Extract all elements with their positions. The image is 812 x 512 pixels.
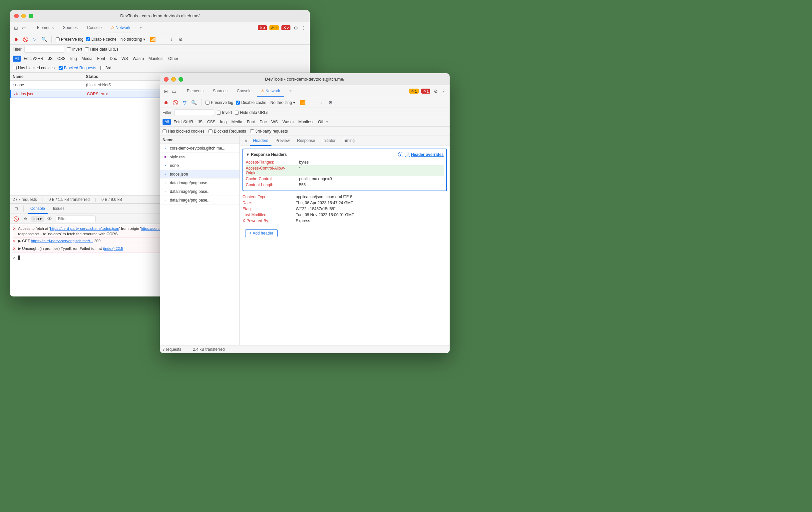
link-4[interactable]: (index):22:5 [103,247,123,251]
type-btn-css-1[interactable]: CSS [55,56,68,62]
has-cookies-check-2[interactable] [163,129,167,133]
console-eye-icon[interactable]: 👁 [46,216,53,222]
type-btn-fetch-1[interactable]: Fetch/XHR [22,56,45,62]
disable-cache-check-2[interactable] [236,101,240,105]
filter-input-1[interactable] [24,46,64,53]
settings-icon-2[interactable]: ⚙ [432,88,439,94]
type-btn-all-1[interactable]: All [13,56,21,62]
type-btn-js-1[interactable]: JS [46,56,55,62]
type-btn-doc-1[interactable]: Doc [108,56,119,62]
settings-icon-1[interactable]: ⚙ [292,25,299,31]
more-options-icon-1[interactable]: ⋮ [300,25,307,31]
upload-icon-1[interactable]: ↑ [158,36,165,42]
tab-network-2[interactable]: ⚠ Network [257,86,284,96]
download-icon-1[interactable]: ↓ [168,36,175,42]
type-btn-img-2[interactable]: Img [218,119,229,125]
type-btn-media-2[interactable]: Media [230,119,244,125]
headers-tab-timing[interactable]: Timing [339,136,358,146]
headers-tab-initiator[interactable]: Initiator [319,136,339,146]
invert-label-2[interactable]: Invert [217,110,232,115]
clear-icon-2[interactable]: 🚫 [172,99,178,106]
preserve-log-label-1[interactable]: Preserve log [56,37,83,41]
stop-recording-icon-1[interactable]: ⏺ [13,36,19,42]
device-toolbar-icon-2[interactable]: ▭ [171,88,177,94]
gear-icon-net-1[interactable]: ⚙ [177,36,184,42]
file-item-todos[interactable]: ▪ todos.json [160,170,239,178]
type-btn-ws-1[interactable]: WS [120,56,130,62]
download-icon-2[interactable]: ↓ [318,99,324,106]
tab-console-panel-1[interactable]: Console [28,204,48,214]
file-item-css[interactable]: ■ style.css [160,152,239,161]
stop-recording-icon-2[interactable]: ⏺ [163,99,169,106]
file-item-img1[interactable]: ▫ data:image/png;base... [160,178,239,187]
tab-issues-1[interactable]: Issues [50,204,67,214]
tab-more-1[interactable]: » [136,23,146,33]
preserve-log-check-2[interactable] [205,101,209,105]
type-btn-wasm-1[interactable]: Wasm [130,56,146,62]
blocked-requests-check-1[interactable] [59,66,63,70]
wifi-icon-1[interactable]: 📶 [149,36,156,42]
maximize-button-2[interactable] [178,77,183,82]
file-item-cors[interactable]: ▪ cors-demo-devtools.glitch.me... [160,144,239,152]
headers-tab-response[interactable]: Response [294,136,318,146]
minimize-button-1[interactable] [21,13,26,18]
file-item-none[interactable]: ▪ none [160,161,239,170]
has-cookies-check-1[interactable] [13,66,17,70]
cursor[interactable] [18,256,20,260]
clear-icon-1[interactable]: 🚫 [22,36,29,42]
close-button-2[interactable] [164,77,169,82]
blocked-requests-check-2[interactable] [208,129,212,133]
filter-icon-2[interactable]: ▽ [181,99,188,106]
file-item-img2[interactable]: ▫ data:image/png;base... [160,187,239,196]
type-btn-css-2[interactable]: CSS [205,119,218,125]
link-1[interactable]: https://third-party-serv...ch.me/todos.j… [50,227,119,230]
tab-console-1[interactable]: Console [83,23,106,33]
console-filter-input[interactable] [56,216,95,222]
tab-more-2[interactable]: » [285,86,296,96]
type-btn-font-1[interactable]: Font [95,56,107,62]
disable-cache-label-2[interactable]: Disable cache [236,100,266,105]
third-party-check-2[interactable] [250,129,254,133]
type-btn-manifest-1[interactable]: Manifest [147,56,166,62]
header-overrides-link[interactable]: 📄 Header overrides [405,152,444,157]
device-toolbar-icon[interactable]: ▭ [21,25,27,31]
tab-sources-1[interactable]: Sources [59,23,82,33]
upload-icon-2[interactable]: ↑ [309,99,315,106]
third-party-check-1[interactable] [100,66,104,70]
tab-network-1[interactable]: ⚠ Network [107,23,134,33]
disable-cache-check-1[interactable] [86,37,90,41]
third-party-label-2[interactable]: 3rd-party requests [250,129,288,134]
context-selector[interactable]: top ▾ [31,216,44,222]
link-3[interactable]: https://third-party-server.glitch.me/t..… [31,239,93,243]
has-cookies-label-2[interactable]: Has blocked cookies [163,129,204,134]
close-button-1[interactable] [14,13,19,18]
file-item-img3[interactable]: ▫ data:image/png;base... [160,196,239,204]
hide-data-urls-label-2[interactable]: Hide data URLs [235,110,268,115]
tab-elements-1[interactable]: Elements [33,23,58,33]
tab-elements-2[interactable]: Elements [183,86,207,96]
console-filter-icon[interactable]: ⊘ [22,216,29,222]
console-expand-icon[interactable]: ⊡ [13,205,19,212]
type-btn-doc-2[interactable]: Doc [257,119,268,125]
invert-check-2[interactable] [217,111,221,115]
throttle-btn-2[interactable]: No throttling ▾ [269,99,297,106]
type-btn-js-2[interactable]: JS [196,119,204,125]
type-btn-other-2[interactable]: Other [316,119,330,125]
has-cookies-label-1[interactable]: Has blocked cookies [13,66,55,70]
invert-label-1[interactable]: Invert [67,47,82,52]
type-btn-manifest-2[interactable]: Manifest [296,119,315,125]
wifi-icon-2[interactable]: 📶 [299,99,306,106]
elements-mode-icon[interactable]: ⊞ [13,25,19,31]
third-party-label-1[interactable]: 3rd- [100,66,113,70]
filter-icon-1[interactable]: ▽ [31,36,38,42]
type-btn-fetch-2[interactable]: Fetch/XHR [172,119,195,125]
search-icon-1[interactable]: 🔍 [40,36,47,42]
blocked-requests-label-1[interactable]: Blocked Requests [59,66,96,70]
headers-tab-headers[interactable]: Headers [250,136,271,146]
gear-icon-net-2[interactable]: ⚙ [327,99,334,106]
filter-input-2[interactable] [174,109,214,116]
type-btn-font-2[interactable]: Font [245,119,257,125]
hide-data-urls-check-2[interactable] [235,111,239,115]
invert-check-1[interactable] [67,47,71,51]
search-icon-2[interactable]: 🔍 [191,99,197,106]
